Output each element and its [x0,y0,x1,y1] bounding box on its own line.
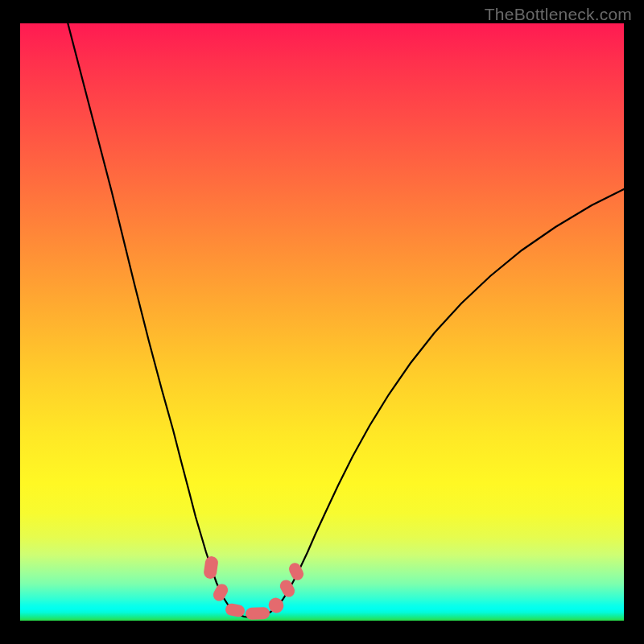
curve-marker [203,555,219,580]
bottleneck-curve-path [67,23,624,617]
chart-frame [20,23,624,621]
curve-marker [246,607,270,620]
curve-marker [211,582,230,603]
chart-svg [20,23,624,621]
curve-markers [203,555,305,620]
watermark-text: TheBottleneck.com [485,5,632,24]
